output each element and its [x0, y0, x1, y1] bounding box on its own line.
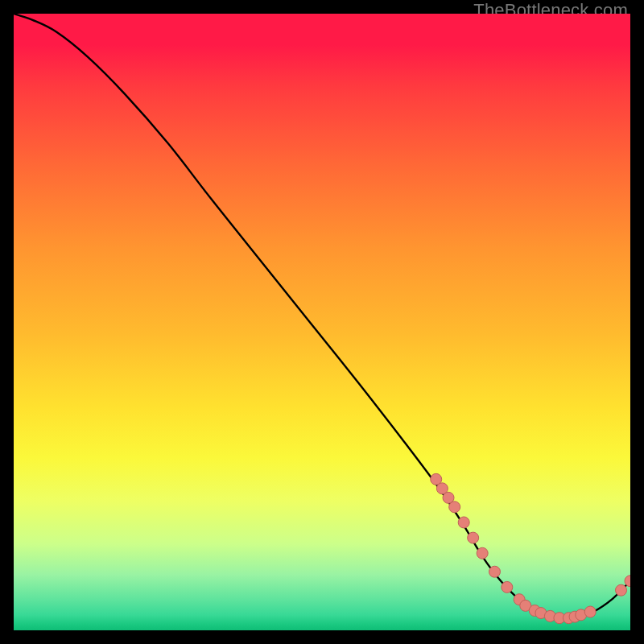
- bottleneck-curve-line: [14, 14, 630, 619]
- plot-area: [14, 14, 630, 630]
- data-point: [458, 517, 469, 528]
- data-point: [584, 606, 596, 617]
- data-point: [468, 532, 479, 543]
- data-point: [616, 584, 627, 596]
- data-point: [489, 566, 500, 577]
- data-point: [477, 547, 488, 559]
- chart-stage: TheBottleneck.com: [0, 0, 644, 644]
- chart-svg: [14, 14, 630, 630]
- data-points-group: [431, 473, 630, 623]
- data-point: [449, 502, 460, 513]
- data-point: [502, 581, 513, 592]
